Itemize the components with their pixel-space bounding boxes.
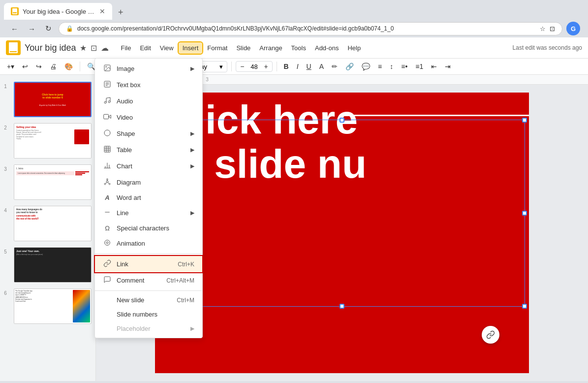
google-account-icon[interactable]: ☁: [101, 43, 109, 53]
insert-menu-item-link[interactable]: Link Ctrl+K: [95, 256, 202, 272]
font-size-decrease[interactable]: −: [238, 63, 246, 70]
back-button[interactable]: ←: [8, 23, 21, 34]
tab-close-button[interactable]: ✕: [99, 7, 105, 15]
insert-menu-item-animation[interactable]: Animation: [95, 235, 202, 252]
comments-button[interactable]: 💬: [359, 61, 373, 72]
slide-number-2: 2: [1, 125, 10, 130]
slide-thumbnail-6[interactable]: 6 The Google Translate appcan report any…: [0, 286, 95, 327]
comment-menu-icon: [103, 276, 112, 285]
font-size-input[interactable]: 48: [247, 63, 261, 70]
svg-point-28: [105, 240, 110, 246]
move-to-drive-icon[interactable]: ⊡: [91, 43, 97, 53]
svg-rect-9: [104, 114, 109, 119]
app-area: Your big idea ★ ⊡ ☁ File Edit View Inser…: [0, 37, 588, 381]
font-size-increase[interactable]: +: [262, 63, 270, 70]
selection-handle-br[interactable]: [522, 304, 527, 309]
italic-button[interactable]: I: [294, 61, 302, 72]
highlight-button[interactable]: ✏: [329, 61, 340, 72]
line-menu-icon: [103, 208, 112, 218]
tab-bar: Your big idea - Google Slides ✕ +: [4, 3, 584, 20]
image-menu-icon: [103, 64, 112, 73]
indent-decrease-button[interactable]: ⇤: [428, 61, 440, 72]
profile-avatar[interactable]: G: [566, 22, 580, 35]
line-spacing-btn2[interactable]: ↕: [387, 61, 396, 72]
line-menu-label: Line: [117, 209, 186, 217]
slide-thumbnail-1[interactable]: 1 Click here to jumpto slide number 6 A …: [0, 79, 95, 120]
diagram-menu-label: Diagram: [117, 179, 194, 186]
insert-menu-item-image[interactable]: Image ▶: [95, 61, 202, 77]
insert-menu-item-chart[interactable]: Chart ▶: [95, 158, 202, 174]
slide-number-5: 5: [1, 249, 10, 255]
new-tab-button[interactable]: +: [114, 5, 127, 20]
font-selector-arrow: ▾: [219, 63, 223, 70]
menu-addons[interactable]: Add-ons: [311, 42, 342, 54]
app-logo: [6, 40, 21, 55]
menu-help[interactable]: Help: [343, 42, 365, 54]
insert-menu-item-wordart[interactable]: A Word art: [95, 191, 202, 205]
menu-file[interactable]: File: [117, 42, 135, 54]
slide-thumbnail-2[interactable]: 2 Selling your idea Created especially b…: [0, 120, 95, 161]
insert-menu-item-comment[interactable]: Comment Ctrl+Alt+M: [95, 272, 202, 288]
insert-menu-item-textbox[interactable]: Text box: [95, 77, 202, 93]
selection-handle-bm[interactable]: [340, 304, 344, 309]
numbered-list-button[interactable]: ≡1: [412, 61, 426, 72]
slide-number-1: 1: [1, 84, 10, 89]
insert-menu-item-table[interactable]: Table ▶: [95, 142, 202, 158]
selection-handle-mr[interactable]: [522, 211, 527, 216]
insert-menu-item-diagram[interactable]: Diagram: [95, 174, 202, 191]
star-doc-icon[interactable]: ★: [80, 43, 87, 53]
toolbar-separator-5: [277, 62, 277, 71]
refresh-button[interactable]: ↻: [42, 23, 55, 34]
insert-menu-item-video[interactable]: Video: [95, 109, 202, 126]
slide3-thumb-title: I. Intro: [16, 167, 89, 170]
insert-menu-item-slidenumbers[interactable]: Slide numbers: [95, 307, 202, 321]
svg-marker-8: [109, 115, 111, 119]
text-align-button[interactable]: ≡: [375, 61, 385, 72]
insert-menu-item-specialchars[interactable]: Ω Special characters: [95, 221, 202, 235]
text-color-btn2[interactable]: A: [316, 61, 327, 72]
active-tab[interactable]: Your big idea - Google Slides ✕: [4, 3, 112, 20]
document-title[interactable]: Your big idea: [25, 43, 76, 53]
insert-menu-item-placeholder: Placeholder ▶: [95, 321, 202, 336]
print-button[interactable]: 🖨: [47, 61, 60, 72]
selection-handle-tr[interactable]: [522, 118, 527, 123]
link-menu-icon: [103, 259, 112, 269]
bold-button[interactable]: B: [281, 61, 292, 72]
toolbar-separator-1: [80, 62, 80, 71]
menu-view[interactable]: View: [156, 42, 178, 54]
link-edit-button[interactable]: [482, 326, 499, 344]
toolbar: +▾ ↩ ↪ 🖨 🎨 🔍▾ A↩ A▾ ≡ ≡↕ Raleway ▾ − 48 …: [0, 59, 588, 75]
menu-arrange[interactable]: Arrange: [255, 42, 286, 54]
address-bar[interactable]: 🔒 docs.google.com/presentation/d/1ROchrv…: [59, 22, 562, 35]
paint-format-button[interactable]: 🎨: [62, 61, 76, 72]
menu-insert[interactable]: Insert: [179, 42, 203, 54]
insert-menu-item-newslide[interactable]: New slide Ctrl+M: [95, 293, 202, 307]
insert-menu-item-line[interactable]: Line ▶: [95, 205, 202, 221]
slide-thumb-6: The Google Translate appcan report anyth…: [14, 288, 92, 324]
slide-thumbnail-5[interactable]: 5 Just one! Your own. (With a little hel…: [0, 244, 95, 286]
menu-divider-2: [95, 290, 202, 291]
redo-button[interactable]: ↪: [33, 61, 45, 72]
forward-button[interactable]: →: [25, 23, 38, 34]
star-icon[interactable]: ☆: [540, 25, 546, 32]
bullets-button[interactable]: ≡•: [398, 61, 410, 72]
slide-thumbnail-4[interactable]: 4 How many languages doyou need to know …: [0, 203, 95, 244]
menu-format[interactable]: Format: [203, 42, 231, 54]
svg-point-29: [106, 242, 108, 244]
svg-point-10: [104, 130, 110, 136]
add-button[interactable]: +▾: [4, 61, 17, 72]
slide-thumbnail-3[interactable]: 3 I. Intro Lorem ipsum dolor sit amet co…: [0, 161, 95, 203]
menu-tools[interactable]: Tools: [287, 42, 310, 54]
last-edit-status[interactable]: Last edit was seconds ago: [513, 44, 582, 51]
menu-edit[interactable]: Edit: [136, 42, 155, 54]
video-menu-label: Video: [117, 114, 194, 121]
insert-menu-item-shape[interactable]: Shape ▶: [95, 126, 202, 142]
selection-handle-tm[interactable]: [340, 118, 344, 123]
underline-button[interactable]: U: [304, 61, 314, 72]
undo-button[interactable]: ↩: [19, 61, 31, 72]
insert-menu-item-audio[interactable]: Audio: [95, 93, 202, 109]
menu-slide[interactable]: Slide: [232, 42, 254, 54]
indent-increase-button[interactable]: ⇥: [442, 61, 454, 72]
link-insert-button[interactable]: 🔗: [342, 61, 357, 72]
bookmark-icon[interactable]: ⊡: [550, 25, 555, 32]
